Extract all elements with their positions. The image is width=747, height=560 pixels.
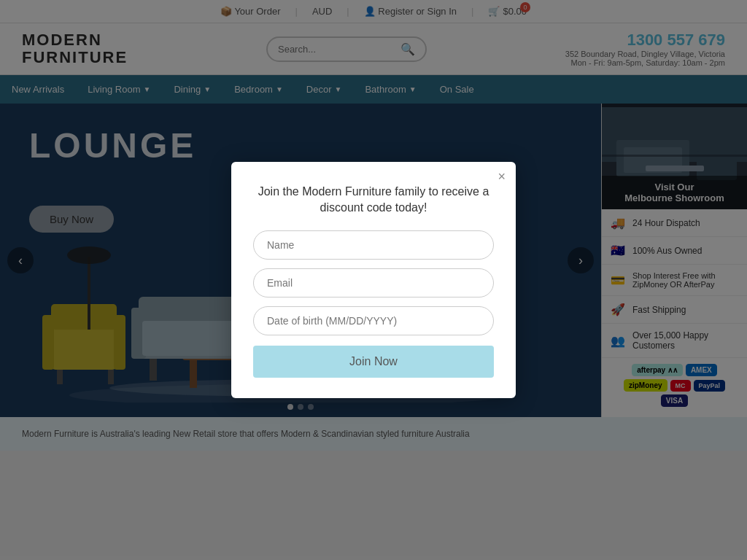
join-now-button[interactable]: Join Now	[253, 346, 494, 378]
name-input[interactable]	[253, 230, 494, 260]
modal: × Join the Modern Furniture family to re…	[231, 162, 516, 399]
modal-close-button[interactable]: ×	[498, 169, 506, 184]
email-input[interactable]	[253, 268, 494, 298]
modal-overlay[interactable]: × Join the Modern Furniture family to re…	[0, 0, 747, 560]
modal-title: Join the Modern Furniture family to rece…	[253, 184, 494, 217]
dob-input[interactable]	[253, 306, 494, 335]
